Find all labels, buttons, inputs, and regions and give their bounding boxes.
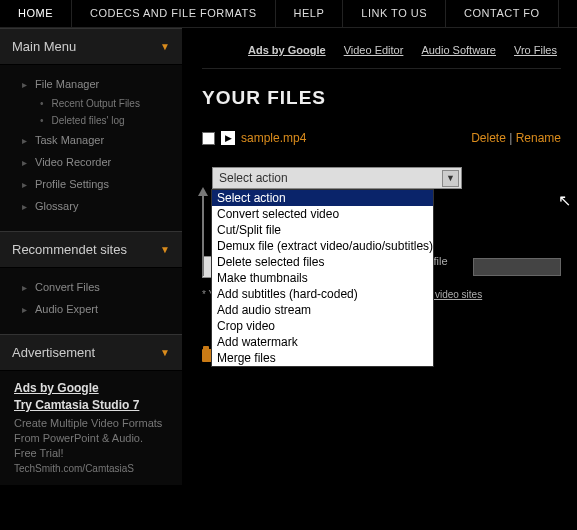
ads-link-audio-software[interactable]: Audio Software	[421, 44, 496, 56]
ads-link-vro-files[interactable]: Vro Files	[514, 44, 557, 56]
select-value: Select action	[219, 171, 288, 185]
rename-input[interactable]	[473, 258, 561, 276]
ad-body: Create Multiple Video Formats From Power…	[14, 416, 168, 461]
action-dropdown: Select action Convert selected video Cut…	[211, 189, 434, 367]
nav-link-to-us[interactable]: LINK TO US	[343, 0, 446, 27]
sidebar-item-video-recorder[interactable]: Video Recorder	[0, 151, 182, 173]
sidebar: Main Menu ▼ File Manager Recent Output F…	[0, 28, 182, 485]
arrow-up-icon	[198, 187, 206, 277]
main-menu-body: File Manager Recent Output Files Deleted…	[0, 65, 182, 231]
ad-block: Ads by Google Try Camtasia Studio 7 Crea…	[0, 371, 182, 485]
caret-down-icon: ▼	[160, 347, 170, 358]
sidebar-item-convert-files[interactable]: Convert Files	[0, 276, 182, 298]
page-title: YOUR FILES	[202, 87, 561, 109]
option-delete[interactable]: Delete selected files	[212, 254, 433, 270]
chevron-down-icon[interactable]: ▼	[442, 170, 459, 187]
nav-codecs[interactable]: CODECS AND FILE FORMATS	[72, 0, 276, 27]
file-checkbox[interactable]	[202, 132, 215, 145]
nav-help[interactable]: HELP	[276, 0, 344, 27]
option-subtitles[interactable]: Add subtitles (hard-coded)	[212, 286, 433, 302]
sidebar-item-file-manager[interactable]: File Manager	[0, 73, 182, 95]
recommendet-title: Recommendet sites	[12, 242, 127, 257]
main-menu-title: Main Menu	[12, 39, 76, 54]
action-area: Select action ▼ Select action Convert se…	[212, 167, 561, 189]
delete-link[interactable]: Delete	[471, 131, 506, 145]
option-select-action[interactable]: Select action	[212, 190, 433, 206]
sidebar-subitem-deleted-log[interactable]: Deleted files' log	[0, 112, 182, 129]
ads-row: Ads by Google Video Editor Audio Softwar…	[202, 38, 561, 69]
option-audio-stream[interactable]: Add audio stream	[212, 302, 433, 318]
rename-link[interactable]: Rename	[516, 131, 561, 145]
sidebar-item-task-manager[interactable]: Task Manager	[0, 129, 182, 151]
ad-url[interactable]: TechSmith.com/CamtasiaS	[14, 463, 134, 474]
action-select[interactable]: Select action ▼	[212, 167, 462, 189]
sidebar-item-audio-expert[interactable]: Audio Expert	[0, 298, 182, 320]
play-icon[interactable]: ▶	[221, 131, 235, 145]
option-convert[interactable]: Convert selected video	[212, 206, 433, 222]
file-name[interactable]: sample.mp4	[241, 131, 306, 145]
top-nav: HOME CODECS AND FILE FORMATS HELP LINK T…	[0, 0, 577, 28]
ads-by-google-label: Ads by Google	[14, 381, 168, 395]
option-watermark[interactable]: Add watermark	[212, 334, 433, 350]
nav-home[interactable]: HOME	[0, 0, 72, 27]
advertisement-header[interactable]: Advertisement ▼	[0, 334, 182, 371]
sidebar-item-glossary[interactable]: Glossary	[0, 195, 182, 217]
recommendet-header[interactable]: Recommendet sites ▼	[0, 231, 182, 268]
recommendet-body: Convert Files Audio Expert	[0, 268, 182, 334]
ad-headline[interactable]: Try Camtasia Studio 7	[14, 398, 168, 412]
option-cut-split[interactable]: Cut/Split file	[212, 222, 433, 238]
caret-down-icon: ▼	[160, 244, 170, 255]
ads-by-google-link[interactable]: Ads by Google	[248, 44, 326, 56]
main-content: Ads by Google Video Editor Audio Softwar…	[182, 28, 577, 485]
ads-link-video-editor[interactable]: Video Editor	[344, 44, 404, 56]
cursor-icon: ↖	[558, 191, 571, 210]
sidebar-item-profile-settings[interactable]: Profile Settings	[0, 173, 182, 195]
option-thumbnails[interactable]: Make thumbnails	[212, 270, 433, 286]
option-demux[interactable]: Demux file (extract video/audio/subtitle…	[212, 238, 433, 254]
nav-contact[interactable]: CONTACT FO	[446, 0, 558, 27]
sidebar-subitem-recent-output[interactable]: Recent Output Files	[0, 95, 182, 112]
advertisement-title: Advertisement	[12, 345, 95, 360]
file-row: ▶ sample.mp4 Delete | Rename	[202, 131, 561, 145]
caret-down-icon: ▼	[160, 41, 170, 52]
option-merge[interactable]: Merge files	[212, 350, 433, 366]
option-crop[interactable]: Crop video	[212, 318, 433, 334]
main-menu-header[interactable]: Main Menu ▼	[0, 28, 182, 65]
